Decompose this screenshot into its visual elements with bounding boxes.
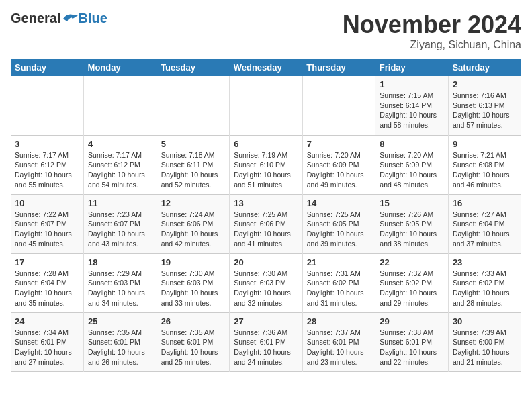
calendar-table: SundayMondayTuesdayWednesdayThursdayFrid… [11, 59, 521, 372]
calendar-cell: 22Sunrise: 7:32 AM Sunset: 6:02 PM Dayli… [375, 253, 449, 312]
day-number: 29 [380, 316, 444, 326]
calendar-cell [157, 76, 230, 135]
calendar-cell: 30Sunrise: 7:39 AM Sunset: 6:00 PM Dayli… [448, 312, 521, 371]
day-info: Sunrise: 7:15 AM Sunset: 6:14 PM Dayligh… [380, 91, 444, 130]
day-number: 26 [161, 316, 226, 326]
calendar-week-row: 10Sunrise: 7:22 AM Sunset: 6:07 PM Dayli… [11, 194, 521, 253]
month-year: November 2024 [343, 11, 521, 39]
weekday-header-saturday: Saturday [448, 59, 521, 76]
day-info: Sunrise: 7:28 AM Sunset: 6:04 PM Dayligh… [15, 269, 79, 308]
calendar-cell: 23Sunrise: 7:33 AM Sunset: 6:02 PM Dayli… [448, 253, 521, 312]
day-info: Sunrise: 7:27 AM Sunset: 6:04 PM Dayligh… [453, 210, 517, 249]
calendar-cell: 13Sunrise: 7:25 AM Sunset: 6:06 PM Dayli… [230, 194, 303, 253]
day-number: 19 [161, 257, 226, 267]
page-header: General Blue November 2024 Ziyang, Sichu… [11, 11, 521, 51]
weekday-header-sunday: Sunday [11, 59, 84, 76]
calendar-cell: 20Sunrise: 7:30 AM Sunset: 6:03 PM Dayli… [230, 253, 303, 312]
day-info: Sunrise: 7:24 AM Sunset: 6:06 PM Dayligh… [161, 210, 226, 249]
day-info: Sunrise: 7:17 AM Sunset: 6:12 PM Dayligh… [88, 150, 152, 190]
calendar-cell: 2Sunrise: 7:16 AM Sunset: 6:13 PM Daylig… [448, 76, 521, 135]
calendar-cell: 12Sunrise: 7:24 AM Sunset: 6:06 PM Dayli… [157, 194, 230, 253]
calendar-week-row: 1Sunrise: 7:15 AM Sunset: 6:14 PM Daylig… [11, 76, 521, 135]
location: Ziyang, Sichuan, China [343, 39, 521, 51]
calendar-cell: 8Sunrise: 7:20 AM Sunset: 6:09 PM Daylig… [375, 135, 449, 194]
day-info: Sunrise: 7:22 AM Sunset: 6:07 PM Dayligh… [15, 210, 79, 249]
day-number: 20 [234, 257, 298, 267]
day-number: 23 [453, 257, 517, 267]
day-number: 28 [307, 316, 371, 326]
day-number: 1 [380, 79, 444, 89]
day-number: 4 [88, 139, 152, 149]
day-number: 2 [453, 79, 517, 89]
calendar-cell: 3Sunrise: 7:17 AM Sunset: 6:12 PM Daylig… [11, 135, 84, 194]
day-number: 18 [88, 257, 152, 267]
day-number: 3 [15, 139, 79, 149]
day-number: 8 [380, 139, 444, 149]
day-number: 30 [453, 316, 517, 326]
weekday-header-wednesday: Wednesday [230, 59, 303, 76]
calendar-cell: 17Sunrise: 7:28 AM Sunset: 6:04 PM Dayli… [11, 253, 84, 312]
day-number: 9 [453, 139, 517, 149]
calendar-cell: 10Sunrise: 7:22 AM Sunset: 6:07 PM Dayli… [11, 194, 84, 253]
calendar-week-row: 24Sunrise: 7:34 AM Sunset: 6:01 PM Dayli… [11, 312, 521, 371]
day-info: Sunrise: 7:39 AM Sunset: 6:00 PM Dayligh… [453, 328, 517, 367]
day-info: Sunrise: 7:29 AM Sunset: 6:03 PM Dayligh… [88, 269, 152, 308]
day-info: Sunrise: 7:25 AM Sunset: 6:06 PM Dayligh… [234, 210, 298, 249]
day-info: Sunrise: 7:21 AM Sunset: 6:08 PM Dayligh… [453, 150, 517, 190]
calendar-cell: 15Sunrise: 7:26 AM Sunset: 6:05 PM Dayli… [375, 194, 449, 253]
calendar-cell: 16Sunrise: 7:27 AM Sunset: 6:04 PM Dayli… [448, 194, 521, 253]
calendar-cell [84, 76, 157, 135]
calendar-header: SundayMondayTuesdayWednesdayThursdayFrid… [11, 59, 521, 76]
logo-bird-icon [62, 12, 78, 26]
day-number: 24 [15, 316, 79, 326]
calendar-cell [11, 76, 84, 135]
calendar-cell [302, 76, 375, 135]
day-number: 27 [234, 316, 298, 326]
calendar-week-row: 3Sunrise: 7:17 AM Sunset: 6:12 PM Daylig… [11, 135, 521, 194]
day-info: Sunrise: 7:37 AM Sunset: 6:01 PM Dayligh… [307, 328, 371, 367]
calendar-cell: 26Sunrise: 7:35 AM Sunset: 6:01 PM Dayli… [157, 312, 230, 371]
logo: General Blue [11, 11, 107, 26]
day-number: 6 [234, 139, 298, 149]
calendar-cell: 4Sunrise: 7:17 AM Sunset: 6:12 PM Daylig… [84, 135, 157, 194]
logo-blue-text: Blue [78, 11, 107, 26]
day-info: Sunrise: 7:32 AM Sunset: 6:02 PM Dayligh… [380, 269, 444, 308]
day-info: Sunrise: 7:36 AM Sunset: 6:01 PM Dayligh… [234, 328, 298, 367]
logo-general-text: General [11, 11, 60, 26]
calendar-cell: 21Sunrise: 7:31 AM Sunset: 6:02 PM Dayli… [302, 253, 375, 312]
day-info: Sunrise: 7:33 AM Sunset: 6:02 PM Dayligh… [453, 269, 517, 308]
day-number: 14 [307, 198, 371, 208]
calendar-cell: 14Sunrise: 7:25 AM Sunset: 6:05 PM Dayli… [302, 194, 375, 253]
day-number: 16 [453, 198, 517, 208]
calendar-cell: 29Sunrise: 7:38 AM Sunset: 6:01 PM Dayli… [375, 312, 449, 371]
calendar-cell: 28Sunrise: 7:37 AM Sunset: 6:01 PM Dayli… [302, 312, 375, 371]
day-info: Sunrise: 7:19 AM Sunset: 6:10 PM Dayligh… [234, 150, 298, 190]
day-info: Sunrise: 7:25 AM Sunset: 6:05 PM Dayligh… [307, 210, 371, 249]
day-info: Sunrise: 7:20 AM Sunset: 6:09 PM Dayligh… [307, 150, 371, 190]
day-info: Sunrise: 7:30 AM Sunset: 6:03 PM Dayligh… [161, 269, 226, 308]
calendar-cell: 24Sunrise: 7:34 AM Sunset: 6:01 PM Dayli… [11, 312, 84, 371]
weekday-header-friday: Friday [375, 59, 449, 76]
day-number: 12 [161, 198, 226, 208]
day-number: 10 [15, 198, 79, 208]
day-number: 15 [380, 198, 444, 208]
day-number: 21 [307, 257, 371, 267]
day-info: Sunrise: 7:38 AM Sunset: 6:01 PM Dayligh… [380, 328, 444, 367]
calendar-cell: 19Sunrise: 7:30 AM Sunset: 6:03 PM Dayli… [157, 253, 230, 312]
calendar-week-row: 17Sunrise: 7:28 AM Sunset: 6:04 PM Dayli… [11, 253, 521, 312]
day-number: 25 [88, 316, 152, 326]
day-number: 17 [15, 257, 79, 267]
day-info: Sunrise: 7:30 AM Sunset: 6:03 PM Dayligh… [234, 269, 298, 308]
day-number: 11 [88, 198, 152, 208]
day-info: Sunrise: 7:23 AM Sunset: 6:07 PM Dayligh… [88, 210, 152, 249]
calendar-cell: 25Sunrise: 7:35 AM Sunset: 6:01 PM Dayli… [84, 312, 157, 371]
day-info: Sunrise: 7:34 AM Sunset: 6:01 PM Dayligh… [15, 328, 79, 367]
calendar-cell: 1Sunrise: 7:15 AM Sunset: 6:14 PM Daylig… [375, 76, 449, 135]
weekday-header-monday: Monday [84, 59, 157, 76]
day-number: 5 [161, 139, 226, 149]
calendar-cell [230, 76, 303, 135]
month-title-block: November 2024 Ziyang, Sichuan, China [343, 11, 521, 51]
day-info: Sunrise: 7:16 AM Sunset: 6:13 PM Dayligh… [453, 91, 517, 130]
calendar-cell: 7Sunrise: 7:20 AM Sunset: 6:09 PM Daylig… [302, 135, 375, 194]
calendar-cell: 9Sunrise: 7:21 AM Sunset: 6:08 PM Daylig… [448, 135, 521, 194]
